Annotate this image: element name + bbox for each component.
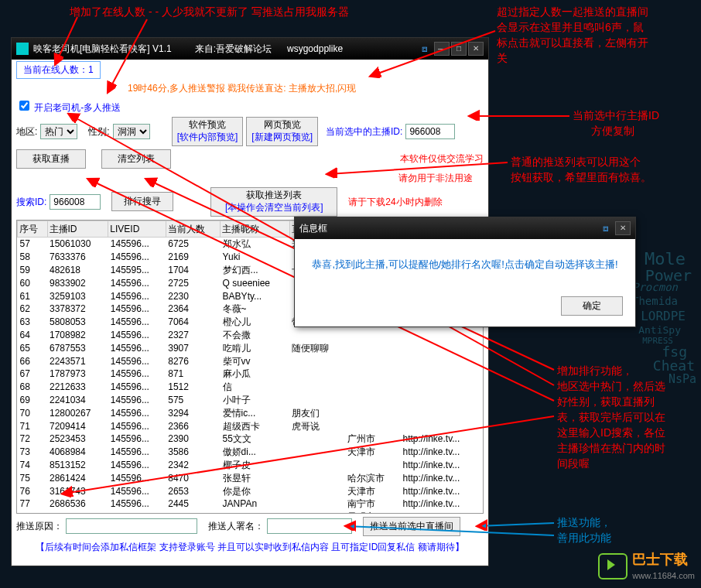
dialog-close-button[interactable]: ✕ xyxy=(615,221,631,235)
gender-label: 性别: xyxy=(88,125,109,138)
table-cell: 2342 xyxy=(166,459,220,472)
table-cell: 145596... xyxy=(108,459,166,472)
get-push-list-button[interactable]: 获取推送列表 [本操作会清空当前列表] xyxy=(210,187,337,216)
online-count-box: 当前在线人数：1 xyxy=(16,61,101,79)
table-cell xyxy=(400,381,482,394)
table-cell: 57 xyxy=(18,238,48,251)
table-row[interactable]: 772686536145596...2445JANPAn南宁市http://in… xyxy=(18,497,483,511)
table-cell: 不会撒 xyxy=(221,329,289,342)
table-cell xyxy=(345,342,401,355)
table-cell: 6787553 xyxy=(47,342,108,355)
table-cell: H... xyxy=(221,511,289,513)
table-cell xyxy=(289,485,345,498)
table-row[interactable]: 682212633145596...1512信 xyxy=(18,381,483,394)
table-cell: 信 xyxy=(221,381,289,394)
table-cell: 15061030 xyxy=(47,238,108,251)
table-cell: 柴可vv xyxy=(221,355,289,368)
table-cell: Yuki xyxy=(221,251,289,264)
table-cell: http://inke.tv... xyxy=(400,432,482,446)
minimize-button[interactable]: — xyxy=(434,42,450,56)
search-id-label: 搜索ID: xyxy=(16,196,46,209)
region-select[interactable]: 热门 xyxy=(40,124,77,139)
table-row[interactable]: 717209414145596...2366超级西卡虎哥说 xyxy=(18,420,483,433)
table-cell xyxy=(289,368,345,381)
push-notice[interactable]: 19时46分,多人推送警报 戳我传送直达: 主播放大招,闪现 xyxy=(128,82,356,95)
rank-search-button[interactable]: 排行搜寻 xyxy=(111,192,173,211)
titlebar[interactable]: 映客老司机[电脑轻松看映客] V1.1 来自:吾爱破解论坛 wsygodppli… xyxy=(12,38,488,60)
message-dialog: 信息框 ⧈ ✕ 恭喜,找到此主播,可以提醒他/她排行名次喔!点击确定自动选择该主… xyxy=(294,217,636,327)
annotation-rank-7: 间段喔 xyxy=(557,456,590,472)
table-cell: 145596... xyxy=(108,316,166,329)
annotation-pushlist-1: 普通的推送列表可以用这个 xyxy=(511,155,641,170)
table-row[interactable]: 662243571145596...8276柴可vv xyxy=(18,355,483,368)
table-cell: 朋友们 xyxy=(289,407,345,420)
table-row[interactable]: 722523453145596...239055文文广州市http://inke… xyxy=(18,432,483,446)
table-cell: 463040 xyxy=(47,511,108,513)
table-cell: 1704 xyxy=(166,264,220,277)
table-cell: 145596... xyxy=(108,342,166,355)
soft-preview-button[interactable]: 软件预览 [软件内部预览] xyxy=(172,117,244,145)
table-row[interactable]: 748513152145596...2342椰子皮http://inke.tv.… xyxy=(18,459,483,472)
get-live-button[interactable]: 获取直播 xyxy=(16,149,86,169)
table-row[interactable]: 692241034145596...575小叶子 xyxy=(18,394,483,407)
enable-push-checkbox[interactable]: 开启老司机-多人推送 xyxy=(16,98,121,115)
bg-word: Themida xyxy=(632,294,678,309)
current-anchor-id-input[interactable] xyxy=(405,124,455,139)
table-cell: 2725 xyxy=(166,277,220,290)
table-cell: 145596... xyxy=(108,511,166,513)
table-cell: 昆明市 xyxy=(345,511,401,513)
annotation-rank-2: 地区选中热门，然后选 xyxy=(557,379,665,395)
table-cell: 70 xyxy=(18,407,48,420)
table-cell: 张昱轩 xyxy=(221,472,289,485)
table-cell: 2390 xyxy=(166,432,220,446)
table-header[interactable]: 主播昵称 xyxy=(221,220,289,238)
web-preview-button[interactable]: 网页预览 [新建网页预览] xyxy=(246,117,318,145)
table-cell: 1512 xyxy=(166,381,220,394)
table-cell: 58 xyxy=(18,251,48,264)
push-current-button[interactable]: 推送当前选中直播间 xyxy=(363,517,460,536)
annotation-top-right-4: 关 xyxy=(497,51,508,67)
maximize-button[interactable]: □ xyxy=(451,42,467,56)
table-row[interactable]: 752861424145596...8470张昱轩哈尔滨市http://inke… xyxy=(18,472,483,485)
table-header[interactable]: 序号 xyxy=(18,220,48,238)
table-cell: 60 xyxy=(18,277,48,290)
push-reason-input[interactable] xyxy=(66,518,197,534)
table-cell: 2653 xyxy=(166,485,220,498)
annotation-rank-6: 主播珍惜在热门内的时 xyxy=(557,441,665,456)
table-cell xyxy=(400,329,482,342)
clear-list-button[interactable]: 清空列表 xyxy=(101,149,171,169)
table-row[interactable]: 671787973145596...871麻小瓜 xyxy=(18,368,483,381)
table-cell: 2366 xyxy=(166,420,220,433)
table-cell: 梦幻西... xyxy=(221,264,289,277)
table-header[interactable]: 主播ID xyxy=(47,220,108,238)
pin-icon[interactable]: ⧈ xyxy=(603,222,609,235)
table-row[interactable]: 641708982145596...2327不会撒 xyxy=(18,329,483,342)
search-id-input[interactable] xyxy=(50,194,101,210)
table-row[interactable]: 763161743145596...2653你是你天津市http://inke.… xyxy=(18,485,483,498)
table-row[interactable]: 78463040145596...2559H...昆明市http://inke.… xyxy=(18,511,483,513)
annotation-top-right-3: 标点击就可以直接看，左侧有开 xyxy=(497,36,648,51)
table-cell: 橙心儿 xyxy=(221,316,289,329)
table-header[interactable]: 当前人数 xyxy=(166,220,220,238)
table-cell: 3294 xyxy=(166,407,220,420)
pin-icon[interactable]: ⧈ xyxy=(422,43,428,56)
push-signer-input[interactable] xyxy=(267,518,352,534)
table-row[interactable]: 734068984145596...3586傲娇di...天津市http://i… xyxy=(18,446,483,459)
dialog-ok-button[interactable]: 确定 xyxy=(561,296,623,316)
close-button[interactable]: ✕ xyxy=(468,42,484,56)
table-row[interactable]: 656787553145596...3907吃啃儿随便聊聊 xyxy=(18,342,483,355)
gender-select[interactable]: 洞洞 xyxy=(113,124,150,139)
table-cell: 1787973 xyxy=(47,368,108,381)
table-cell: 8276 xyxy=(166,355,220,368)
table-cell: 椰子皮 xyxy=(221,459,289,472)
table-cell: 2230 xyxy=(166,290,220,303)
table-cell: 8470 xyxy=(166,472,220,485)
table-cell: 3161743 xyxy=(47,485,108,498)
brand-url: www.11684.com xyxy=(632,570,695,582)
table-cell: 66 xyxy=(18,355,48,368)
bottom-link: 【后续有时间会添加私信框架 支持登录账号 并且可以实时收到私信内容 且可指定ID… xyxy=(12,538,488,557)
table-cell: 74 xyxy=(18,459,48,472)
table-row[interactable]: 7012800267145596...3294爱情ic...朋友们 xyxy=(18,407,483,420)
table-header[interactable]: LIVEID xyxy=(108,220,166,238)
table-cell: http://inke.tv... xyxy=(400,472,482,485)
